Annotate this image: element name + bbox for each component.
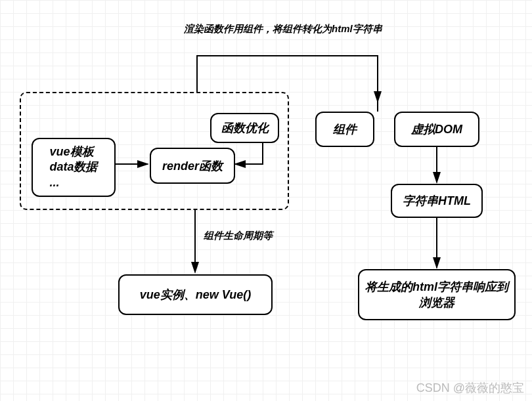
function-optimize-text: 函数优化 — [221, 120, 269, 136]
function-optimize-box: 函数优化 — [210, 113, 279, 143]
lifecycle-label: 组件生命周期等 — [204, 230, 273, 242]
response-text: 将生成的html字符串响应到浏览器 — [363, 279, 510, 310]
response-box: 将生成的html字符串响应到浏览器 — [358, 269, 516, 320]
component-text: 组件 — [333, 121, 357, 137]
vue-instance-box: vue实例、new Vue() — [118, 274, 273, 315]
component-box: 组件 — [315, 112, 374, 147]
vue-template-text: vue模板 data数据 ... — [49, 144, 97, 190]
watermark-text: CSDN @薇薇的憨宝 — [416, 380, 524, 396]
html-string-box: 字符串HTML — [391, 184, 483, 218]
top-annotation-label: 渲染函数作用组件，将组件转化为html字符串 — [184, 23, 382, 35]
vue-instance-text: vue实例、new Vue() — [140, 287, 252, 303]
virtual-dom-box: 虚拟DOM — [394, 112, 479, 147]
render-function-text: render函数 — [162, 158, 223, 174]
virtual-dom-text: 虚拟DOM — [411, 121, 462, 137]
vue-template-box: vue模板 data数据 ... — [32, 138, 116, 197]
html-string-text: 字符串HTML — [403, 193, 471, 209]
render-function-box: render函数 — [150, 148, 235, 184]
